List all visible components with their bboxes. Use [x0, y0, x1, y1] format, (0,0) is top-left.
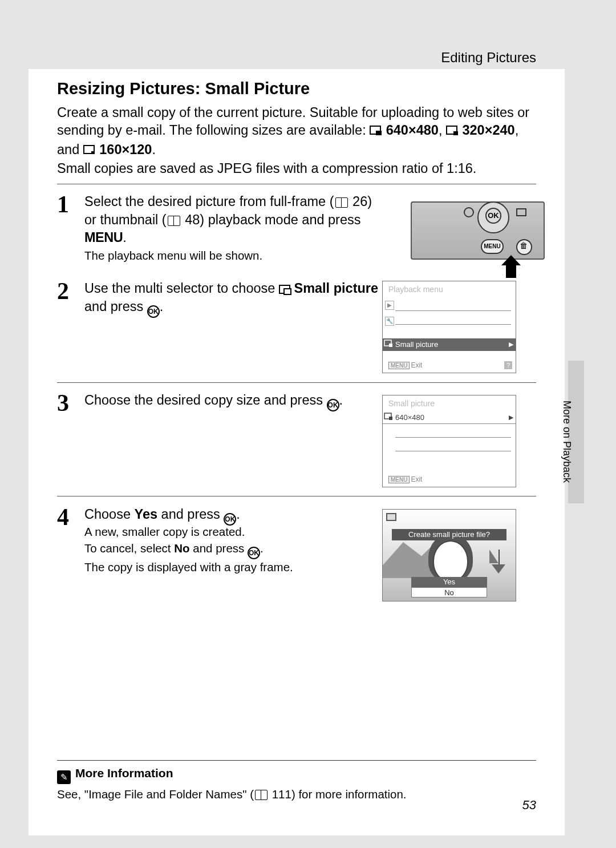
exit-hint: MENUExit [388, 361, 422, 369]
page-title: Resizing Pictures: Small Picture [57, 79, 310, 98]
svg-rect-1 [376, 131, 382, 135]
divider [57, 382, 536, 383]
ref: 48 [185, 212, 200, 227]
yes: Yes [135, 507, 158, 522]
help-icon: ? [504, 361, 512, 369]
no: No [174, 542, 189, 555]
svg-rect-9 [389, 417, 392, 420]
screen-title: Small picture [388, 399, 435, 408]
divider [57, 496, 536, 496]
exit-label: Exit [411, 475, 422, 483]
option-yes: Yes [411, 577, 487, 587]
divider [57, 184, 536, 184]
chevron-right-icon: ▶ [509, 414, 513, 421]
exit-label: Exit [411, 361, 422, 369]
screen-size-select: Small picture 640×480 ▶ MENUExit [382, 395, 516, 487]
t: . [123, 230, 127, 245]
ok-icon: OK [327, 399, 339, 411]
size-160: 160×120 [99, 142, 152, 157]
small-picture-icon [386, 513, 396, 521]
small-picture-icon [384, 340, 393, 349]
page: Editing Pictures Resizing Pictures: Smal… [29, 13, 565, 835]
step-number: 2 [57, 277, 69, 305]
t: . [339, 393, 343, 407]
n1: A new, smaller copy is created. [84, 525, 245, 538]
menu-label: MENU [84, 230, 123, 245]
option-no: No [411, 587, 487, 597]
t: ) for more information. [291, 788, 407, 801]
size-icon-160 [83, 142, 96, 160]
menu-item-640x480: 640×480 [395, 413, 424, 422]
t: Choose the desired copy size and press [84, 393, 327, 407]
size-640: 640×480 [386, 123, 439, 138]
t: ) playback mode and press [200, 212, 360, 227]
confirm-banner: Create small picture file? [392, 529, 506, 540]
t: . [160, 299, 164, 314]
t: Select the desired picture from full-fra… [84, 194, 334, 209]
size-320: 320×240 [462, 123, 514, 138]
n2b: and press [190, 542, 248, 555]
camera-illustration: OK MENU [411, 201, 545, 277]
step-4-notes: A new, smaller copy is created. To cance… [84, 524, 381, 575]
wrench-icon: 🔧 [385, 317, 394, 326]
trash-icon [516, 239, 532, 255]
picture-icon [516, 208, 526, 216]
t: See, "Image File and Folder Names" ( [57, 788, 254, 801]
step-number: 1 [57, 191, 69, 218]
svg-rect-7 [389, 344, 392, 347]
small-picture-icon [279, 285, 290, 294]
ref: 111 [272, 788, 291, 801]
n2c: . [260, 542, 264, 555]
chevron-right-icon: ▶ [509, 341, 513, 348]
screen-confirm: Create small picture file? Yes No [382, 509, 516, 601]
sailboat-icon [489, 550, 499, 563]
t: Use the multi selector to choose [84, 281, 279, 296]
play-icon: ▶ [385, 301, 394, 310]
n2a: To cancel, select [84, 542, 174, 555]
screen-playback-menu: Playback menu ▶ 🔧 Small picture ▶ MENUEx… [382, 281, 516, 373]
menu-item-small-picture: Small picture [395, 340, 438, 349]
n3: The copy is displayed with a gray frame. [84, 560, 293, 574]
menu-badge: MENU [388, 476, 410, 483]
size-icon-640 [370, 123, 382, 140]
t: and press [84, 299, 147, 314]
page-number: 53 [522, 798, 536, 813]
ok-dial-icon: OK [477, 201, 509, 233]
step-number: 3 [57, 389, 69, 417]
step-4-heading: Choose Yes and press OK. [84, 506, 381, 526]
t: and press [157, 507, 224, 522]
book-icon [168, 216, 180, 226]
section-header: Editing Pictures [441, 50, 536, 66]
svg-rect-5 [91, 151, 95, 154]
info-icon: ✎ [57, 770, 71, 784]
svg-rect-3 [453, 131, 458, 135]
step-number: 4 [57, 503, 69, 531]
intro-line2: Small copies are saved as JPEG files wit… [57, 161, 476, 176]
portrait-icon [433, 540, 468, 582]
menu-button-icon: MENU [481, 239, 504, 254]
ref: 26 [352, 194, 367, 209]
intro-paragraph: Create a small copy of the current pictu… [57, 104, 536, 177]
step-1-heading: Select the desired picture from full-fra… [84, 193, 381, 247]
book-icon [255, 790, 268, 800]
ok-icon: OK [248, 547, 260, 559]
step-2-heading: Use the multi selector to choose Small p… [84, 280, 381, 318]
label: Small picture [294, 281, 378, 296]
exit-hint: MENUExit [388, 475, 422, 483]
t: . [236, 507, 240, 522]
ok-label: OK [485, 208, 501, 224]
book-icon [335, 197, 348, 208]
timer-icon [464, 207, 474, 217]
more-information: ✎More Information See, "Image File and F… [57, 760, 536, 801]
t: Choose [84, 507, 135, 522]
more-info-title: More Information [75, 766, 173, 780]
screen-title: Playback menu [388, 285, 443, 294]
more-info-text: See, "Image File and Folder Names" ( 111… [57, 788, 536, 801]
side-section-label: More on Playback [561, 401, 573, 483]
ok-icon: OK [147, 305, 160, 318]
intro-text: Create a small copy of the current pictu… [57, 105, 529, 138]
intro-period: . [152, 142, 156, 157]
step-3-heading: Choose the desired copy size and press O… [84, 391, 381, 411]
size-icon-320 [446, 123, 459, 140]
step-1-note: The playback menu will be shown. [84, 248, 381, 264]
